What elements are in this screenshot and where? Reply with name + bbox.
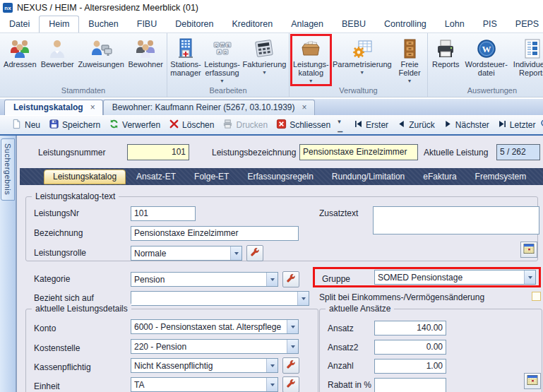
leistungsrolle-value: Normale bbox=[131, 249, 230, 259]
leistungsbezeichnung-field[interactable]: Pensionstaxe Einzelzimmer bbox=[299, 144, 418, 160]
printer-icon bbox=[434, 37, 457, 60]
chevron-down-icon[interactable] bbox=[287, 340, 298, 353]
chevron-down-icon[interactable] bbox=[297, 292, 309, 305]
kategorie-edit-button[interactable] bbox=[282, 271, 299, 287]
ribbon-button-fakturierung[interactable]: Fakturierung ▼ bbox=[241, 35, 287, 85]
tab-fremdsystem[interactable]: Fremdsystem bbox=[467, 170, 535, 184]
chevron-down-icon[interactable]: ▼ bbox=[309, 78, 314, 84]
delete-button[interactable]: Löschen bbox=[165, 117, 218, 133]
leistungsnummer-field[interactable]: 101 bbox=[127, 144, 189, 160]
chevron-down-icon[interactable] bbox=[266, 378, 278, 391]
ribbon-button-adressen[interactable]: Adressen bbox=[1, 35, 39, 85]
menu-kreditoren[interactable]: Kreditoren bbox=[222, 16, 282, 32]
toolbar-button-label: Speichern bbox=[62, 120, 100, 130]
tab-rundung-limitation[interactable]: Rundung/Limitation bbox=[324, 170, 412, 184]
chevron-down-icon[interactable] bbox=[287, 320, 298, 333]
ansatz-input[interactable]: 140.00 bbox=[374, 321, 446, 335]
menu-datei[interactable]: Datei bbox=[0, 16, 39, 32]
print-button[interactable]: Drucken bbox=[218, 117, 272, 133]
nav-prev-button[interactable]: Zurück bbox=[393, 118, 439, 132]
menu-pis[interactable]: PIS bbox=[474, 16, 506, 32]
ribbon-group-label: Bearbeiten bbox=[167, 85, 289, 97]
menu-fibu[interactable]: FIBU bbox=[128, 16, 166, 32]
new-button[interactable]: Neu bbox=[7, 117, 44, 133]
gruppe-select[interactable]: SOMED Pensionstage bbox=[374, 270, 536, 285]
zusatztext-textarea[interactable] bbox=[373, 206, 539, 234]
ribbon-button-wordsteuerdatei[interactable]: W Wordsteuer- datei bbox=[463, 35, 511, 85]
tab-folge-et[interactable]: Folge-ET bbox=[186, 170, 237, 184]
aktuelle-leistung-field[interactable]: 5 / 262 bbox=[496, 144, 540, 160]
ribbon-button-label: Adressen bbox=[4, 60, 36, 69]
search-button[interactable] bbox=[540, 119, 543, 131]
ribbon-button-bewohner[interactable]: Bewohner bbox=[126, 35, 165, 85]
nav-first-button[interactable]: Erster bbox=[350, 118, 393, 132]
ribbon-button-leistungserfassung[interactable]: QWEAD Leistungs- erfassung ▼ bbox=[203, 35, 241, 85]
gruppe-label: Gruppe bbox=[322, 274, 350, 284]
sidebar-tab-suchergebnis[interactable]: Suchergebnis bbox=[1, 138, 15, 201]
chevron-down-icon[interactable] bbox=[524, 271, 535, 284]
close-icon[interactable]: × bbox=[90, 102, 95, 112]
chevron-down-icon[interactable] bbox=[266, 273, 278, 286]
chevron-down-icon[interactable] bbox=[266, 359, 278, 372]
chevron-down-icon[interactable]: ▼ bbox=[359, 70, 364, 76]
menu-peps[interactable]: PEPS bbox=[506, 16, 543, 32]
leistungsrolle-select[interactable]: Normale bbox=[131, 246, 242, 261]
toolbar-overflow-icon[interactable]: ▾▁ bbox=[335, 118, 345, 132]
ansatz2-input[interactable]: 0.00 bbox=[374, 340, 446, 355]
close-button[interactable]: Schliessen bbox=[272, 117, 335, 133]
nav-next-button[interactable]: Nächster bbox=[439, 118, 494, 132]
ansaetze-editor-button[interactable] bbox=[524, 373, 541, 389]
konto-select[interactable]: 6000 - Pensionstaxen stat. Alterspflege bbox=[131, 319, 299, 334]
rabatt-label: Rabatt in % bbox=[328, 380, 371, 390]
menu-controlling[interactable]: Controlling bbox=[375, 16, 436, 32]
close-icon[interactable]: × bbox=[302, 102, 307, 112]
ribbon-button-reports[interactable]: Reports bbox=[429, 35, 463, 85]
kassenpflichtig-edit-button[interactable] bbox=[282, 357, 299, 374]
menu-anlagen[interactable]: Anlagen bbox=[282, 16, 333, 32]
anzahl-input[interactable]: 1.00 bbox=[374, 359, 446, 374]
menu-bebu[interactable]: BEBU bbox=[333, 16, 375, 32]
einheit-edit-button[interactable] bbox=[282, 376, 299, 392]
kassenpflichtig-select[interactable]: Nicht Kassenpflichtig bbox=[131, 358, 278, 373]
doc-tab-bewohner[interactable]: Bewohner: Kaufmann Reiner (5267, 03.10.1… bbox=[103, 100, 315, 115]
ribbon-button-individuellereports[interactable]: Individuelle Reports bbox=[511, 35, 543, 85]
split-checkbox[interactable] bbox=[532, 292, 541, 301]
leistungsnr-input[interactable]: 101 bbox=[131, 206, 196, 221]
save-button[interactable]: Speichern bbox=[44, 117, 105, 133]
bezeichnung-input[interactable]: Pensionstaxe Einzelzimmer bbox=[131, 226, 299, 241]
chevron-down-icon[interactable]: ▼ bbox=[262, 70, 267, 76]
report-doc-icon bbox=[521, 37, 543, 60]
ribbon-button-label: katalog bbox=[299, 69, 323, 77]
gruppe-value: SOMED Pensionstage bbox=[375, 273, 524, 283]
menu-lohn[interactable]: Lohn bbox=[436, 16, 474, 32]
menu-heim[interactable]: Heim bbox=[39, 16, 79, 33]
zusatztext-editor-button[interactable] bbox=[520, 242, 537, 258]
window-title: NEXUS / HEIM - Altersresidenz Meerblick … bbox=[17, 3, 198, 13]
tab-efaktura[interactable]: eFaktura bbox=[415, 170, 464, 184]
ribbon-button-stationsmanager[interactable]: Stations- manager bbox=[169, 35, 203, 85]
discard-button[interactable]: Verwerfen bbox=[105, 117, 165, 133]
leistungsrolle-edit-button[interactable] bbox=[246, 245, 263, 261]
tab-ansatz-et[interactable]: Ansatz-ET bbox=[129, 170, 184, 184]
bezieht-sich-auf-select[interactable] bbox=[131, 291, 309, 306]
chevron-down-icon[interactable] bbox=[230, 247, 241, 260]
menu-debitoren[interactable]: Debitoren bbox=[166, 16, 222, 32]
ribbon-group-label: Verwaltung bbox=[290, 85, 427, 97]
einheit-select[interactable]: TA bbox=[131, 377, 278, 392]
ribbon-button-parametrisierung[interactable]: Parametrisierung ▼ bbox=[331, 35, 393, 85]
ribbon-button-freiefelder[interactable]: Freie Felder ▼ bbox=[393, 35, 426, 85]
ribbon-button-leistungskatalog[interactable]: Leistungs- katalog ▼ bbox=[291, 35, 331, 85]
chevron-down-icon[interactable]: ▼ bbox=[220, 78, 225, 84]
menu-buchen[interactable]: Buchen bbox=[79, 16, 127, 32]
rabatt-input[interactable] bbox=[374, 378, 446, 392]
ribbon-button-zuweisungen[interactable]: Zuweisungen bbox=[76, 35, 126, 85]
person-icon bbox=[46, 37, 68, 60]
kostenstelle-select[interactable]: 220 - Pension bbox=[131, 339, 299, 354]
tab-leistungskatalog[interactable]: Leistungskatalog bbox=[44, 170, 126, 184]
chevron-down-icon[interactable]: ▼ bbox=[407, 78, 412, 84]
nav-last-button[interactable]: Letzter bbox=[494, 118, 540, 132]
tab-erfassungsregeln[interactable]: Erfassungsregeln bbox=[239, 170, 321, 184]
doc-tab-leistungskatalog[interactable]: Leistungskatalog × bbox=[4, 100, 103, 115]
kategorie-select[interactable]: Pension bbox=[131, 272, 278, 287]
ribbon-button-bewerber[interactable]: Bewerber bbox=[39, 35, 76, 85]
